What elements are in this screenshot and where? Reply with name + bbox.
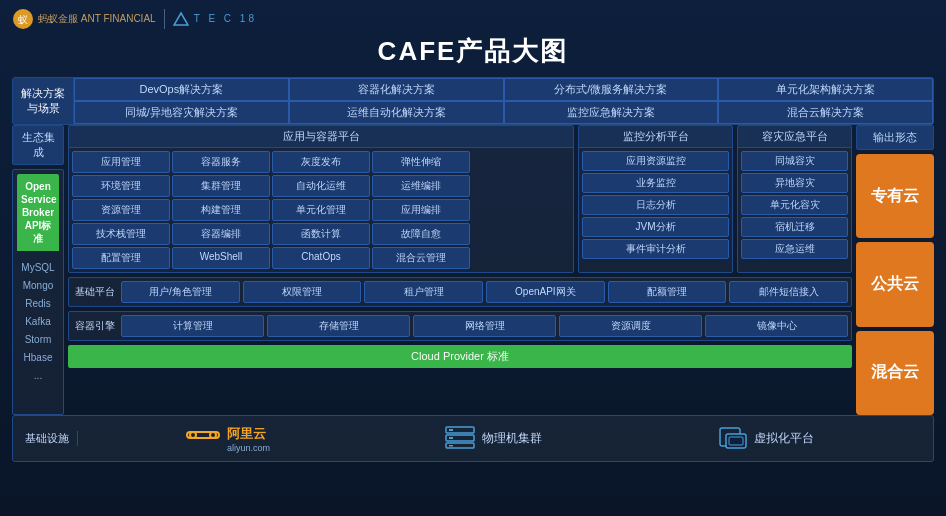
cell-audit-analysis[interactable]: 事件审计分析 (582, 239, 729, 259)
container-engine-row: 容器引擎 计算管理 存储管理 网络管理 资源调度 镜像中心 (68, 311, 852, 341)
cell-app-arrange[interactable]: 应用编排 (372, 199, 470, 221)
infra-aliyun[interactable]: 阿里云 aliyun.com (185, 422, 270, 455)
disaster-platform-title: 容灾应急平台 (738, 126, 851, 148)
container-storage[interactable]: 存储管理 (267, 315, 410, 337)
platform-row: 应用与容器平台 应用管理 容器服务 灰度发布 弹性伸缩 环境管理 集群管理 自动… (68, 125, 852, 273)
monitor-platform-title: 监控分析平台 (579, 126, 732, 148)
monitor-grid: 应用资源监控 业务监控 日志分析 JVM分析 事件审计分析 (579, 148, 732, 262)
logo-divider (164, 9, 165, 29)
cell-empty1 (472, 151, 570, 173)
main-container: 蚁 蚂蚁金服 ANT FINANCIAL T E C 18 CAFE产品大图 解… (0, 0, 946, 516)
cell-app-resource-monitor[interactable]: 应用资源监控 (582, 151, 729, 171)
container-schedule[interactable]: 资源调度 (559, 315, 702, 337)
disaster-platform: 容灾应急平台 同城容灾 异地容灾 单元化容灾 宿机迁移 应急运维 (737, 125, 852, 273)
output-label: 输出形态 (856, 125, 934, 150)
infra-virtual[interactable]: 虚拟化平台 (716, 424, 814, 453)
foundation-openapi[interactable]: OpenAPI网关 (486, 281, 605, 303)
cell-ops-arrange[interactable]: 运维编排 (372, 175, 470, 197)
container-compute[interactable]: 计算管理 (121, 315, 264, 337)
cell-same-city-disaster[interactable]: 同城容灾 (741, 151, 848, 171)
cell-remote-disaster[interactable]: 异地容灾 (741, 173, 848, 193)
left-sidebar: 生态集成 OpenServiceBrokerAPI标准 MySQLMongoRe… (12, 125, 64, 415)
foundation-row: 基础平台 用户/角色管理 权限管理 租户管理 OpenAPI网关 配额管理 邮件… (68, 277, 852, 307)
solution-devops[interactable]: DevOps解决方案 (74, 78, 289, 101)
infra-row: 基础设施 阿里云 aliyun.com (12, 415, 934, 462)
cell-empty3 (472, 199, 570, 221)
infra-label: 基础设施 (25, 431, 78, 446)
cloud-public[interactable]: 公共云 (856, 242, 934, 326)
foundation-label: 基础平台 (72, 285, 117, 299)
ecosystem-label: 生态集成 (12, 125, 64, 165)
container-network[interactable]: 网络管理 (413, 315, 556, 337)
cell-app-mgmt[interactable]: 应用管理 (72, 151, 170, 173)
cell-gray-deploy[interactable]: 灰度发布 (272, 151, 370, 173)
ecosystem-box: OpenServiceBrokerAPI标准 MySQLMongoRedisKa… (12, 169, 64, 415)
cell-empty2 (472, 175, 570, 197)
foundation-user-role[interactable]: 用户/角色管理 (121, 281, 240, 303)
foundation-tenant[interactable]: 租户管理 (364, 281, 483, 303)
svg-text:蚁: 蚁 (18, 14, 28, 25)
cell-jvm-analysis[interactable]: JVM分析 (582, 217, 729, 237)
cell-log-analysis[interactable]: 日志分析 (582, 195, 729, 215)
cloud-hybrid[interactable]: 混合云 (856, 331, 934, 415)
cell-config-mgmt[interactable]: 配置管理 (72, 247, 170, 269)
cell-resource-mgmt[interactable]: 资源管理 (72, 199, 170, 221)
ant-financial-logo: 蚁 蚂蚁金服 ANT FINANCIAL (12, 8, 156, 30)
app-platform-title: 应用与容器平台 (69, 126, 573, 148)
cell-container-arrange[interactable]: 容器编排 (172, 223, 270, 245)
solutions-label: 解决方案与场景 (13, 78, 74, 124)
cell-unit-mgmt[interactable]: 单元化管理 (272, 199, 370, 221)
foundation-quota[interactable]: 配额管理 (608, 281, 727, 303)
cell-hybrid-cloud-mgmt[interactable]: 混合云管理 (372, 247, 470, 269)
container-items: 计算管理 存储管理 网络管理 资源调度 镜像中心 (121, 315, 848, 337)
cell-func-calc[interactable]: 函数计算 (272, 223, 370, 245)
solution-monitor[interactable]: 监控应急解决方案 (504, 101, 719, 124)
app-platform: 应用与容器平台 应用管理 容器服务 灰度发布 弹性伸缩 环境管理 集群管理 自动… (68, 125, 574, 273)
cell-emergency-ops[interactable]: 应急运维 (741, 239, 848, 259)
solutions-items: DevOps解决方案 容器化解决方案 分布式/微服务解决方案 单元化架构解决方案… (74, 78, 933, 124)
foundation-notification[interactable]: 邮件短信接入 (729, 281, 848, 303)
solution-container[interactable]: 容器化解决方案 (289, 78, 504, 101)
open-service-broker: OpenServiceBrokerAPI标准 (17, 174, 59, 251)
infra-physical[interactable]: 物理机集群 (444, 424, 542, 453)
infra-items: 阿里云 aliyun.com 物理机集群 (78, 422, 921, 455)
svg-rect-10 (449, 437, 453, 439)
svg-point-4 (190, 432, 196, 438)
cell-biz-monitor[interactable]: 业务监控 (582, 173, 729, 193)
cell-elastic[interactable]: 弹性伸缩 (372, 151, 470, 173)
cell-build-mgmt[interactable]: 构建管理 (172, 199, 270, 221)
cloud-private[interactable]: 专有云 (856, 154, 934, 238)
monitor-platform: 监控分析平台 应用资源监控 业务监控 日志分析 JVM分析 事件审计分析 (578, 125, 733, 273)
tech-items: MySQLMongoRedisKafkaStormHbase... (13, 255, 63, 389)
solution-disaster[interactable]: 同城/异地容灾解决方案 (74, 101, 289, 124)
app-platform-grid: 应用管理 容器服务 灰度发布 弹性伸缩 环境管理 集群管理 自动化运维 运维编排… (69, 148, 573, 272)
foundation-permission[interactable]: 权限管理 (243, 281, 362, 303)
page-title: CAFE产品大图 (12, 34, 934, 69)
virtual-platform-icon (716, 424, 748, 453)
disaster-grid: 同城容灾 异地容灾 单元化容灾 宿机迁移 应急运维 (738, 148, 851, 262)
cell-env-mgmt[interactable]: 环境管理 (72, 175, 170, 197)
content-area: 生态集成 OpenServiceBrokerAPI标准 MySQLMongoRe… (12, 125, 934, 415)
foundation-items: 用户/角色管理 权限管理 租户管理 OpenAPI网关 配额管理 邮件短信接入 (121, 281, 848, 303)
solutions-row: 解决方案与场景 DevOps解决方案 容器化解决方案 分布式/微服务解决方案 单… (12, 77, 934, 125)
svg-marker-2 (174, 13, 188, 25)
cell-empty4 (472, 223, 570, 245)
solution-ops[interactable]: 运维自动化解决方案 (289, 101, 504, 124)
cell-unit-disaster[interactable]: 单元化容灾 (741, 195, 848, 215)
solution-unitized[interactable]: 单元化架构解决方案 (718, 78, 933, 101)
solution-hybrid[interactable]: 混合云解决方案 (718, 101, 933, 124)
cell-cluster-mgmt[interactable]: 集群管理 (172, 175, 270, 197)
aliyun-icon (185, 422, 221, 455)
container-image[interactable]: 镜像中心 (705, 315, 848, 337)
cell-chatops[interactable]: ChatOps (272, 247, 370, 269)
solution-microservice[interactable]: 分布式/微服务解决方案 (504, 78, 719, 101)
cell-empty5 (472, 247, 570, 269)
cell-webshell[interactable]: WebShell (172, 247, 270, 269)
cell-fault-heal[interactable]: 故障自愈 (372, 223, 470, 245)
cell-stack-mgmt[interactable]: 技术栈管理 (72, 223, 170, 245)
svg-rect-11 (449, 445, 453, 447)
cell-host-migrate[interactable]: 宿机迁移 (741, 217, 848, 237)
cell-auto-ops[interactable]: 自动化运维 (272, 175, 370, 197)
cell-container-svc[interactable]: 容器服务 (172, 151, 270, 173)
center-content: 应用与容器平台 应用管理 容器服务 灰度发布 弹性伸缩 环境管理 集群管理 自动… (68, 125, 852, 415)
